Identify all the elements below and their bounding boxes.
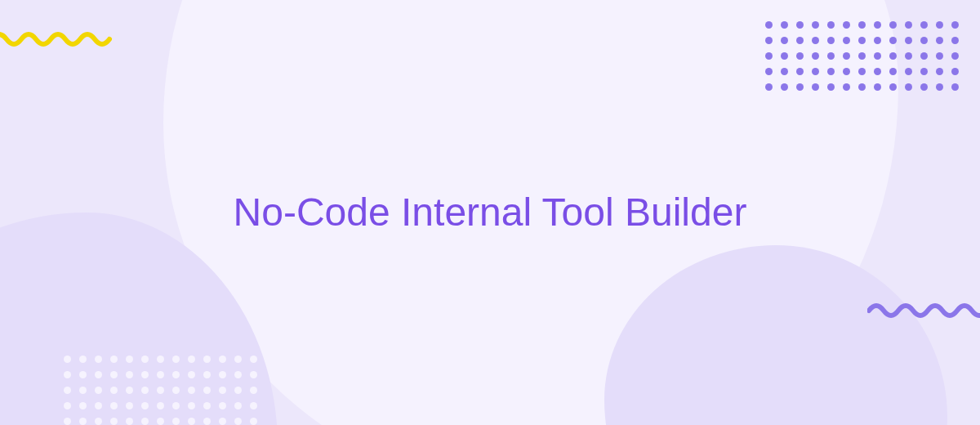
squiggle-decoration-icon (867, 301, 980, 320)
hero-title: No-Code Internal Tool Builder (204, 188, 776, 237)
dot-grid-decoration-icon (64, 356, 257, 425)
squiggle-decoration-icon (0, 29, 113, 49)
dot-grid-decoration-icon (765, 21, 959, 91)
